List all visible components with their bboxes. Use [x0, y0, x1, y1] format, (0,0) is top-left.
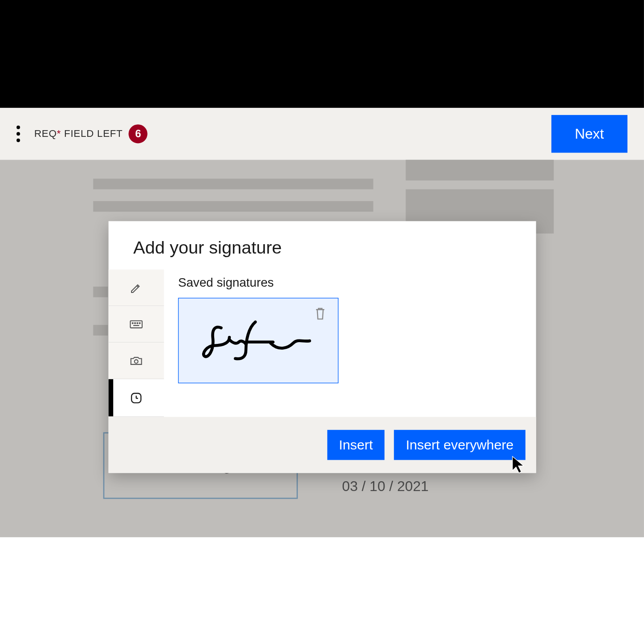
keyboard-icon — [128, 316, 144, 331]
trash-icon[interactable] — [313, 305, 327, 322]
req-prefix: REQ — [34, 128, 57, 139]
tab-saved[interactable] — [109, 379, 164, 417]
insert-everywhere-button[interactable]: Insert everywhere — [394, 430, 525, 460]
svg-point-7 — [135, 360, 138, 363]
pencil-icon — [129, 280, 144, 295]
req-suffix: FIELD LEFT — [61, 128, 123, 139]
toolbar: REQ* FIELD LEFT 6 Next — [0, 108, 644, 160]
required-count-badge: 6 — [129, 124, 148, 143]
tab-upload[interactable] — [109, 343, 164, 379]
bottom-white-area — [0, 537, 644, 644]
dialog-title: Add your signature — [109, 221, 536, 269]
saved-signature-card[interactable] — [178, 298, 339, 383]
top-black-bar — [0, 0, 644, 108]
svg-line-0 — [137, 285, 138, 287]
svg-point-2 — [132, 322, 133, 323]
tab-type[interactable] — [109, 306, 164, 343]
required-fields-indicator: REQ* FIELD LEFT 6 — [34, 124, 147, 143]
more-menu-icon[interactable] — [17, 126, 20, 142]
placeholder-line — [406, 160, 554, 180]
signature-method-tabs — [109, 270, 164, 417]
saved-signatures-heading: Saved signatures — [178, 275, 522, 290]
document-background: Click to sign 03 / 10 / 2021 Add your si… — [0, 160, 644, 537]
svg-point-4 — [137, 322, 138, 323]
tab-draw[interactable] — [109, 270, 164, 306]
clock-icon — [129, 391, 144, 405]
svg-point-5 — [139, 322, 140, 323]
placeholder-line — [93, 287, 108, 297]
placeholder-line — [93, 201, 373, 212]
placeholder-line — [93, 179, 373, 190]
svg-point-3 — [135, 322, 136, 323]
next-button[interactable]: Next — [551, 115, 627, 153]
placeholder-line — [93, 325, 108, 336]
camera-icon — [128, 353, 144, 368]
signature-dialog: Add your signature — [109, 221, 536, 473]
svg-rect-1 — [130, 321, 142, 328]
signature-preview — [196, 317, 320, 364]
insert-button[interactable]: Insert — [327, 430, 385, 460]
date-value: 03 / 10 / 2021 — [342, 478, 429, 495]
